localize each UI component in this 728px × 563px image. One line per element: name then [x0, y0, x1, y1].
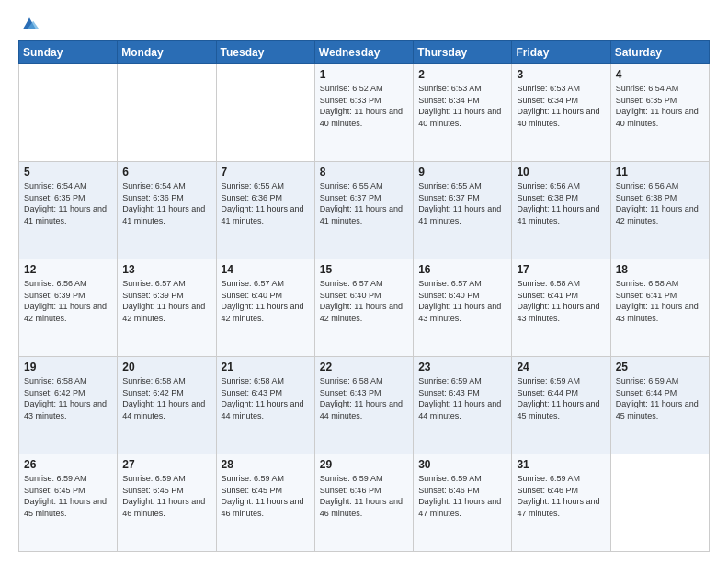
- calendar-cell: 20Sunrise: 6:58 AM Sunset: 6:42 PM Dayli…: [118, 357, 216, 454]
- day-number: 28: [222, 458, 310, 471]
- day-number: 17: [517, 263, 605, 276]
- header: [18, 15, 710, 31]
- day-info: Sunrise: 6:59 AM Sunset: 6:46 PM Dayligh…: [320, 473, 408, 519]
- day-header-monday: Monday: [118, 41, 216, 64]
- calendar-cell: 4Sunrise: 6:54 AM Sunset: 6:35 PM Daylig…: [610, 64, 709, 162]
- day-number: 1: [320, 68, 408, 81]
- calendar-cell: 17Sunrise: 6:58 AM Sunset: 6:41 PM Dayli…: [512, 259, 610, 357]
- calendar-cell: 28Sunrise: 6:59 AM Sunset: 6:45 PM Dayli…: [216, 454, 314, 552]
- calendar-cell: 5Sunrise: 6:54 AM Sunset: 6:35 PM Daylig…: [19, 162, 118, 259]
- calendar-week-5: 26Sunrise: 6:59 AM Sunset: 6:45 PM Dayli…: [19, 454, 710, 552]
- calendar-cell: 29Sunrise: 6:59 AM Sunset: 6:46 PM Dayli…: [314, 454, 413, 552]
- calendar-cell: 8Sunrise: 6:55 AM Sunset: 6:37 PM Daylig…: [314, 162, 413, 259]
- calendar-cell: 18Sunrise: 6:58 AM Sunset: 6:41 PM Dayli…: [610, 259, 709, 357]
- calendar-cell: 30Sunrise: 6:59 AM Sunset: 6:46 PM Dayli…: [414, 454, 512, 552]
- day-info: Sunrise: 6:54 AM Sunset: 6:35 PM Dayligh…: [24, 180, 112, 226]
- day-number: 9: [418, 166, 506, 178]
- day-header-wednesday: Wednesday: [314, 41, 413, 64]
- day-info: Sunrise: 6:59 AM Sunset: 6:43 PM Dayligh…: [418, 375, 506, 421]
- calendar-header-row: SundayMondayTuesdayWednesdayThursdayFrid…: [19, 41, 710, 64]
- day-info: Sunrise: 6:57 AM Sunset: 6:40 PM Dayligh…: [418, 278, 506, 324]
- calendar-week-1: 1Sunrise: 6:52 AM Sunset: 6:33 PM Daylig…: [19, 64, 710, 162]
- day-info: Sunrise: 6:54 AM Sunset: 6:36 PM Dayligh…: [122, 180, 210, 226]
- day-number: 8: [320, 166, 408, 178]
- day-info: Sunrise: 6:56 AM Sunset: 6:38 PM Dayligh…: [616, 180, 704, 226]
- calendar-week-4: 19Sunrise: 6:58 AM Sunset: 6:42 PM Dayli…: [19, 357, 710, 454]
- calendar-cell: 1Sunrise: 6:52 AM Sunset: 6:33 PM Daylig…: [314, 64, 413, 162]
- day-number: 14: [222, 263, 310, 276]
- day-number: 4: [616, 68, 704, 81]
- day-header-tuesday: Tuesday: [216, 41, 314, 64]
- day-number: 24: [517, 361, 605, 373]
- logo: [18, 15, 39, 31]
- day-info: Sunrise: 6:56 AM Sunset: 6:38 PM Dayligh…: [517, 180, 605, 226]
- day-number: 18: [616, 263, 704, 276]
- day-info: Sunrise: 6:55 AM Sunset: 6:36 PM Dayligh…: [222, 180, 310, 226]
- day-number: 31: [517, 458, 605, 471]
- day-number: 19: [24, 361, 112, 373]
- day-number: 2: [418, 68, 506, 81]
- day-number: 13: [122, 263, 210, 276]
- day-info: Sunrise: 6:56 AM Sunset: 6:39 PM Dayligh…: [24, 278, 112, 324]
- day-number: 6: [122, 166, 210, 178]
- day-header-friday: Friday: [512, 41, 610, 64]
- day-info: Sunrise: 6:59 AM Sunset: 6:44 PM Dayligh…: [517, 375, 605, 421]
- day-info: Sunrise: 6:58 AM Sunset: 6:43 PM Dayligh…: [222, 375, 310, 421]
- day-number: 27: [122, 458, 210, 471]
- day-info: Sunrise: 6:52 AM Sunset: 6:33 PM Dayligh…: [320, 83, 408, 129]
- calendar-cell: 13Sunrise: 6:57 AM Sunset: 6:39 PM Dayli…: [118, 259, 216, 357]
- day-number: 25: [616, 361, 704, 373]
- page: SundayMondayTuesdayWednesdayThursdayFrid…: [0, 0, 728, 563]
- calendar-cell: 6Sunrise: 6:54 AM Sunset: 6:36 PM Daylig…: [118, 162, 216, 259]
- day-header-saturday: Saturday: [610, 41, 709, 64]
- calendar-cell: 21Sunrise: 6:58 AM Sunset: 6:43 PM Dayli…: [216, 357, 314, 454]
- day-info: Sunrise: 6:55 AM Sunset: 6:37 PM Dayligh…: [320, 180, 408, 226]
- calendar-cell: 26Sunrise: 6:59 AM Sunset: 6:45 PM Dayli…: [19, 454, 118, 552]
- day-number: 30: [418, 458, 506, 471]
- day-info: Sunrise: 6:59 AM Sunset: 6:45 PM Dayligh…: [122, 473, 210, 519]
- logo-icon: [20, 15, 39, 33]
- day-info: Sunrise: 6:53 AM Sunset: 6:34 PM Dayligh…: [517, 83, 605, 129]
- calendar-cell: 15Sunrise: 6:57 AM Sunset: 6:40 PM Dayli…: [314, 259, 413, 357]
- day-number: 5: [24, 166, 112, 178]
- day-info: Sunrise: 6:59 AM Sunset: 6:44 PM Dayligh…: [616, 375, 704, 421]
- day-header-thursday: Thursday: [414, 41, 512, 64]
- day-info: Sunrise: 6:57 AM Sunset: 6:40 PM Dayligh…: [222, 278, 310, 324]
- day-number: 11: [616, 166, 704, 178]
- calendar-cell: 10Sunrise: 6:56 AM Sunset: 6:38 PM Dayli…: [512, 162, 610, 259]
- calendar-cell: [610, 454, 709, 552]
- day-info: Sunrise: 6:58 AM Sunset: 6:42 PM Dayligh…: [122, 375, 210, 421]
- day-info: Sunrise: 6:55 AM Sunset: 6:37 PM Dayligh…: [418, 180, 506, 226]
- day-number: 26: [24, 458, 112, 471]
- calendar-cell: 3Sunrise: 6:53 AM Sunset: 6:34 PM Daylig…: [512, 64, 610, 162]
- day-number: 20: [122, 361, 210, 373]
- calendar-week-3: 12Sunrise: 6:56 AM Sunset: 6:39 PM Dayli…: [19, 259, 710, 357]
- calendar-cell: 16Sunrise: 6:57 AM Sunset: 6:40 PM Dayli…: [414, 259, 512, 357]
- calendar-cell: 27Sunrise: 6:59 AM Sunset: 6:45 PM Dayli…: [118, 454, 216, 552]
- day-info: Sunrise: 6:58 AM Sunset: 6:42 PM Dayligh…: [24, 375, 112, 421]
- day-info: Sunrise: 6:57 AM Sunset: 6:40 PM Dayligh…: [320, 278, 408, 324]
- day-number: 3: [517, 68, 605, 81]
- calendar-cell: 25Sunrise: 6:59 AM Sunset: 6:44 PM Dayli…: [610, 357, 709, 454]
- calendar-cell: 23Sunrise: 6:59 AM Sunset: 6:43 PM Dayli…: [414, 357, 512, 454]
- day-info: Sunrise: 6:53 AM Sunset: 6:34 PM Dayligh…: [418, 83, 506, 129]
- calendar-cell: 19Sunrise: 6:58 AM Sunset: 6:42 PM Dayli…: [19, 357, 118, 454]
- day-info: Sunrise: 6:58 AM Sunset: 6:41 PM Dayligh…: [616, 278, 704, 324]
- calendar-cell: 9Sunrise: 6:55 AM Sunset: 6:37 PM Daylig…: [414, 162, 512, 259]
- day-info: Sunrise: 6:59 AM Sunset: 6:46 PM Dayligh…: [418, 473, 506, 519]
- day-number: 21: [222, 361, 310, 373]
- calendar-week-2: 5Sunrise: 6:54 AM Sunset: 6:35 PM Daylig…: [19, 162, 710, 259]
- day-number: 10: [517, 166, 605, 178]
- day-number: 16: [418, 263, 506, 276]
- day-info: Sunrise: 6:59 AM Sunset: 6:45 PM Dayligh…: [222, 473, 310, 519]
- day-header-sunday: Sunday: [19, 41, 118, 64]
- day-number: 7: [222, 166, 310, 178]
- calendar-cell: 11Sunrise: 6:56 AM Sunset: 6:38 PM Dayli…: [610, 162, 709, 259]
- calendar-cell: [118, 64, 216, 162]
- calendar-cell: 12Sunrise: 6:56 AM Sunset: 6:39 PM Dayli…: [19, 259, 118, 357]
- calendar-cell: 22Sunrise: 6:58 AM Sunset: 6:43 PM Dayli…: [314, 357, 413, 454]
- day-info: Sunrise: 6:59 AM Sunset: 6:45 PM Dayligh…: [24, 473, 112, 519]
- day-number: 23: [418, 361, 506, 373]
- calendar-cell: 31Sunrise: 6:59 AM Sunset: 6:46 PM Dayli…: [512, 454, 610, 552]
- day-info: Sunrise: 6:58 AM Sunset: 6:41 PM Dayligh…: [517, 278, 605, 324]
